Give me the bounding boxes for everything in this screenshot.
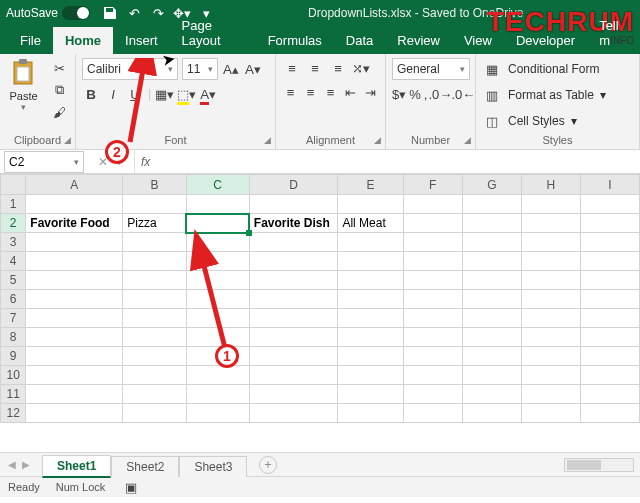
underline-button[interactable]: U (126, 84, 144, 104)
increase-indent-icon[interactable]: ⇥ (362, 82, 379, 102)
cell-E11[interactable] (338, 385, 403, 404)
cell-E8[interactable] (338, 328, 403, 347)
cell-B5[interactable] (123, 271, 186, 290)
font-color-icon[interactable]: A▾ (199, 84, 217, 104)
cell-E1[interactable] (338, 195, 403, 214)
cell-A11[interactable] (26, 385, 123, 404)
cell-D5[interactable] (249, 271, 338, 290)
column-header-E[interactable]: E (338, 175, 403, 195)
cancel-entry-icon[interactable]: ✕ (98, 155, 108, 169)
cell-A6[interactable] (26, 290, 123, 309)
cell-I4[interactable] (580, 252, 639, 271)
align-left-icon[interactable]: ≡ (282, 82, 299, 102)
cell-B2[interactable]: Pizza (123, 214, 186, 233)
cell-H1[interactable] (521, 195, 580, 214)
cell-F4[interactable] (403, 252, 462, 271)
orientation-icon[interactable]: ⤮▾ (351, 58, 371, 78)
align-bottom-icon[interactable]: ≡ (328, 58, 348, 78)
row-header-3[interactable]: 3 (1, 233, 26, 252)
align-center-icon[interactable]: ≡ (302, 82, 319, 102)
cell-E9[interactable] (338, 347, 403, 366)
number-format-combo[interactable]: General▾ (392, 58, 470, 80)
cell-A1[interactable] (26, 195, 123, 214)
row-header-8[interactable]: 8 (1, 328, 26, 347)
sheet-tab-sheet1[interactable]: Sheet1 (42, 455, 111, 478)
tab-data[interactable]: Data (334, 27, 385, 54)
cell-D3[interactable] (249, 233, 338, 252)
cell-I10[interactable] (580, 366, 639, 385)
column-header-C[interactable]: C (186, 175, 249, 195)
cell-A10[interactable] (26, 366, 123, 385)
row-header-7[interactable]: 7 (1, 309, 26, 328)
worksheet-grid[interactable]: ABCDEFGHI12Favorite FoodPizzaFavorite Di… (0, 174, 640, 452)
column-header-F[interactable]: F (403, 175, 462, 195)
row-header-11[interactable]: 11 (1, 385, 26, 404)
cell-F6[interactable] (403, 290, 462, 309)
cell-C4[interactable] (186, 252, 249, 271)
cell-E6[interactable] (338, 290, 403, 309)
cell-B1[interactable] (123, 195, 186, 214)
cell-E7[interactable] (338, 309, 403, 328)
fill-color-icon[interactable]: ⬚▾ (177, 84, 195, 104)
cell-C10[interactable] (186, 366, 249, 385)
horizontal-scrollbar[interactable] (564, 458, 634, 472)
cell-C5[interactable] (186, 271, 249, 290)
decrease-font-icon[interactable]: A▾ (244, 59, 262, 79)
column-header-B[interactable]: B (123, 175, 186, 195)
cell-D9[interactable] (249, 347, 338, 366)
italic-button[interactable]: I (104, 84, 122, 104)
currency-icon[interactable]: $▾ (392, 84, 406, 104)
fill-handle[interactable] (246, 230, 252, 236)
cell-H11[interactable] (521, 385, 580, 404)
tab-file[interactable]: File (8, 27, 53, 54)
cell-F10[interactable] (403, 366, 462, 385)
cell-G8[interactable] (462, 328, 521, 347)
cell-G5[interactable] (462, 271, 521, 290)
formula-input[interactable] (156, 151, 640, 173)
cell-G4[interactable] (462, 252, 521, 271)
increase-decimal-icon[interactable]: .0→ (430, 84, 450, 104)
cell-A8[interactable] (26, 328, 123, 347)
tab-insert[interactable]: Insert (113, 27, 170, 54)
row-header-12[interactable]: 12 (1, 404, 26, 423)
cell-D7[interactable] (249, 309, 338, 328)
cell-A2[interactable]: Favorite Food (26, 214, 123, 233)
column-header-G[interactable]: G (462, 175, 521, 195)
tab-page-layout[interactable]: Page Layout (170, 12, 256, 54)
column-header-I[interactable]: I (580, 175, 639, 195)
cell-H8[interactable] (521, 328, 580, 347)
cell-I3[interactable] (580, 233, 639, 252)
cell-E12[interactable] (338, 404, 403, 423)
cell-F7[interactable] (403, 309, 462, 328)
select-all-corner[interactable] (1, 175, 26, 195)
cell-D4[interactable] (249, 252, 338, 271)
cut-icon[interactable]: ✂ (49, 58, 69, 78)
cell-H9[interactable] (521, 347, 580, 366)
conditional-formatting-button[interactable]: ▦Conditional Form (482, 58, 633, 80)
format-as-table-button[interactable]: ▥Format as Table▾ (482, 84, 633, 106)
row-header-5[interactable]: 5 (1, 271, 26, 290)
column-header-A[interactable]: A (26, 175, 123, 195)
cell-A3[interactable] (26, 233, 123, 252)
cell-C1[interactable] (186, 195, 249, 214)
cell-G10[interactable] (462, 366, 521, 385)
clipboard-launcher-icon[interactable]: ◢ (61, 135, 73, 147)
cell-A5[interactable] (26, 271, 123, 290)
cell-F8[interactable] (403, 328, 462, 347)
cell-C6[interactable] (186, 290, 249, 309)
comma-icon[interactable]: , (424, 84, 428, 104)
cell-B7[interactable] (123, 309, 186, 328)
enter-entry-icon[interactable]: ✓ (116, 155, 126, 169)
cell-G12[interactable] (462, 404, 521, 423)
cell-E3[interactable] (338, 233, 403, 252)
font-launcher-icon[interactable]: ◢ (261, 135, 273, 147)
cell-H6[interactable] (521, 290, 580, 309)
increase-font-icon[interactable]: A▴ (222, 59, 240, 79)
name-box[interactable]: C2▾ (4, 151, 84, 173)
cell-G9[interactable] (462, 347, 521, 366)
cell-B9[interactable] (123, 347, 186, 366)
cell-I11[interactable] (580, 385, 639, 404)
cell-H5[interactable] (521, 271, 580, 290)
sheet-tab-sheet3[interactable]: Sheet3 (179, 456, 247, 477)
format-painter-icon[interactable]: 🖌 (49, 102, 69, 122)
